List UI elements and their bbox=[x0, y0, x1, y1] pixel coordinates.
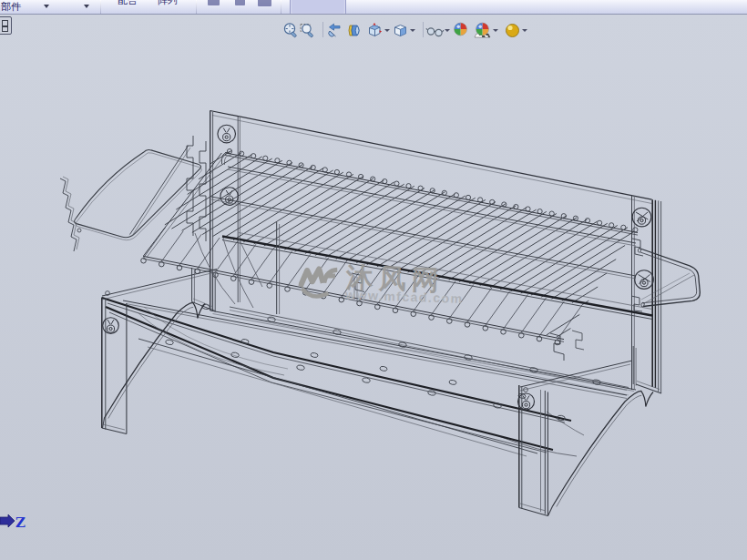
reference-triad: Z bbox=[0, 512, 36, 535]
solidworks-window: { "window": { "app": "SolidWorks", "widt… bbox=[0, 0, 747, 560]
watermark: 沐风网 www.mfcad.com bbox=[298, 242, 473, 312]
mfcad-logo-icon bbox=[298, 264, 344, 304]
graphics-viewport[interactable]: 沐风网 www.mfcad.com Z bbox=[0, 15, 747, 560]
z-axis-label: Z bbox=[15, 514, 26, 531]
watermark-url: www.mfcad.com bbox=[345, 287, 464, 306]
